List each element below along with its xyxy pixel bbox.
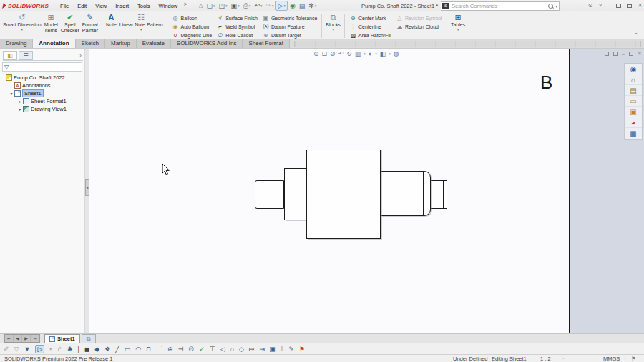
menu-edit[interactable]: Edit: [73, 1, 91, 11]
pin-menu-icon[interactable]: ➤: [183, 1, 187, 11]
revision-symbol-button[interactable]: △Revision Symbol: [394, 14, 444, 22]
toolbar-icon[interactable]: ✓: [199, 346, 205, 353]
blocks-button[interactable]: ⧉ Blocks ▾: [324, 12, 342, 39]
home-button[interactable]: ⌂: [197, 1, 204, 10]
toolbar-icon[interactable]: ⊤: [210, 346, 215, 353]
toolbar-icon[interactable]: ◆: [94, 346, 99, 353]
format-painter-button[interactable]: ✎ Format Painter: [81, 12, 99, 39]
auto-balloon-button[interactable]: ◉Auto Balloon: [170, 22, 215, 31]
file-properties-button[interactable]: ▤: [298, 1, 307, 10]
toolbar-icon[interactable]: ↱: [57, 346, 62, 353]
magnetic-line-button[interactable]: ∪Magnetic Line: [170, 31, 215, 39]
linear-note-pattern-button[interactable]: ☷ Linear Note Pattern ▾: [118, 12, 165, 39]
zoom-area-icon[interactable]: ⊡: [322, 50, 328, 57]
tree-item-sheet1[interactable]: ▾ Sheet1: [9, 89, 84, 97]
toolbar-icon[interactable]: ✱: [67, 346, 73, 353]
toolbar-icon[interactable]: ‖: [281, 346, 284, 353]
tab-annotation[interactable]: Annotation: [33, 39, 75, 48]
toolbar-icon[interactable]: ◁: [220, 346, 225, 353]
toolbar-icon[interactable]: ✎: [288, 346, 294, 353]
custom-properties-tab[interactable]: ▦: [625, 128, 642, 139]
graphics-area[interactable]: B ⊕ ⊡ ⊘ ↶ ↻ ▥ ▾ ◐ ▾ ◧ ▾ ◍ –: [89, 49, 644, 333]
open-button[interactable]: ◰▾: [218, 1, 229, 10]
chevron-down-icon[interactable]: ▾: [364, 52, 366, 56]
print-button[interactable]: ⎙▾: [242, 1, 253, 11]
add-sheet-tab[interactable]: ⧉: [82, 334, 96, 343]
sheet1-tab[interactable]: Sheet1: [44, 334, 80, 343]
appearances-tab[interactable]: ◕: [625, 117, 642, 128]
expand-arrow-icon[interactable]: ▾: [9, 91, 14, 96]
zoom-icon[interactable]: ⊘: [330, 50, 336, 57]
help-icon[interactable]: ?: [598, 2, 601, 9]
options-button[interactable]: ✻▾: [307, 1, 318, 10]
new-document-button[interactable]: ▢▾: [205, 1, 217, 10]
tree-item-drawing-view1[interactable]: ▸ Drawing View1: [17, 105, 84, 113]
section-view-icon[interactable]: ▥: [355, 50, 361, 57]
tab-evaluate[interactable]: Evaluate: [137, 39, 171, 48]
datum-feature-button[interactable]: ⒶDatum Feature: [260, 22, 319, 31]
toolbar-icon[interactable]: ◼: [84, 346, 89, 353]
centerline-button[interactable]: ┆Centerline: [347, 22, 394, 31]
view-settings-icon[interactable]: ◐: [369, 50, 372, 57]
display-style-icon[interactable]: ◧: [380, 50, 386, 57]
toolbar-icon[interactable]: ⇥: [260, 346, 265, 353]
ribbon-collapse-icon[interactable]: ⌃: [634, 32, 638, 38]
menu-insert[interactable]: Insert: [111, 1, 133, 11]
toolbar-icon[interactable]: ◠: [135, 346, 141, 353]
menu-view[interactable]: View: [91, 1, 111, 11]
surface-finish-button[interactable]: √Surface Finish: [214, 14, 260, 22]
weld-symbol-button[interactable]: ⌐Weld Symbol: [214, 22, 260, 31]
previous-view-icon[interactable]: ↶: [338, 50, 344, 57]
smart-dimension-button[interactable]: ↺ Smart Dimension ▾: [1, 12, 43, 39]
panel-expand-chevron-icon[interactable]: ›: [79, 52, 83, 59]
file-explorer-tab[interactable]: ▭: [625, 96, 642, 107]
rotate-view-icon[interactable]: ↻: [346, 50, 352, 57]
toolbar-icon[interactable]: ∅: [188, 346, 194, 353]
tree-item-annotations[interactable]: A Annotations: [9, 82, 84, 89]
property-manager-tab-icon[interactable]: ☰: [19, 51, 33, 60]
toolbar-icon[interactable]: ▼: [24, 346, 30, 353]
toolbar-icon[interactable]: ⚑: [299, 346, 305, 353]
doc-minimize-icon[interactable]: –: [622, 52, 625, 57]
undo-button[interactable]: ↶▾: [253, 1, 263, 10]
toolbar-icon[interactable]: ✐: [4, 346, 9, 353]
toolbar-icon[interactable]: ❖: [104, 346, 110, 353]
doc-window-icon[interactable]: [605, 52, 609, 56]
menu-file[interactable]: File: [56, 1, 73, 11]
toolbar-icon[interactable]: ⌂: [230, 346, 234, 353]
close-button[interactable]: ✕: [638, 2, 643, 9]
zoom-fit-icon[interactable]: ⊕: [313, 50, 319, 57]
toolbar-icon[interactable]: ⊕: [167, 346, 173, 353]
search-commands-box[interactable]: S Search Commands ▾: [441, 1, 560, 11]
tab-markup[interactable]: Markup: [105, 39, 137, 48]
tree-item-root[interactable]: Pump Co. Shaft 2022: [0, 74, 84, 82]
search-input[interactable]: Search Commands: [452, 3, 548, 9]
chevron-down-icon[interactable]: ▾: [49, 346, 52, 351]
feature-manager-tab-icon[interactable]: ◧: [3, 51, 17, 60]
tab-sketch[interactable]: Sketch: [76, 39, 105, 48]
view-palette-tab[interactable]: ▣: [625, 107, 642, 117]
toolbar-icon[interactable]: ⌒: [156, 344, 162, 353]
expand-arrow-icon[interactable]: ▸: [17, 107, 23, 112]
toolbar-icon[interactable]: ▣: [270, 346, 276, 353]
previous-sheet-button[interactable]: ◀: [14, 335, 22, 342]
area-hatch-button[interactable]: ▨Area Hatch/Fill: [347, 31, 394, 39]
last-sheet-button[interactable]: ⇥: [31, 335, 39, 342]
select-tool-icon[interactable]: ▷: [35, 345, 44, 353]
sheet-scale[interactable]: 1 : 2: [540, 356, 551, 362]
first-sheet-button[interactable]: ⇤: [5, 335, 14, 342]
tag-icon[interactable]: ⚑: [631, 356, 636, 362]
tab-sheet-format[interactable]: Sheet Format: [243, 39, 289, 48]
rebuild-button[interactable]: ◉: [288, 1, 297, 10]
select-tool-button[interactable]: ▷▾: [275, 1, 287, 11]
menu-window[interactable]: Window: [155, 1, 182, 11]
doc-close-icon[interactable]: ✕: [638, 51, 642, 57]
geometric-tolerance-button[interactable]: ▣Geometric Tolerance: [260, 14, 319, 22]
solidworks-resources-tab[interactable]: ⌂: [625, 74, 642, 85]
minimize-button[interactable]: –: [608, 2, 610, 9]
tab-solidworks-add-ins[interactable]: SOLIDWORKS Add-Ins: [171, 39, 243, 48]
toolbar-icon[interactable]: ▭: [125, 346, 131, 353]
datum-target-button[interactable]: ⊕Datum Target: [260, 31, 319, 39]
hole-callout-button[interactable]: ∅Hole Callout: [214, 31, 260, 39]
doc-restore-icon[interactable]: [629, 52, 633, 56]
